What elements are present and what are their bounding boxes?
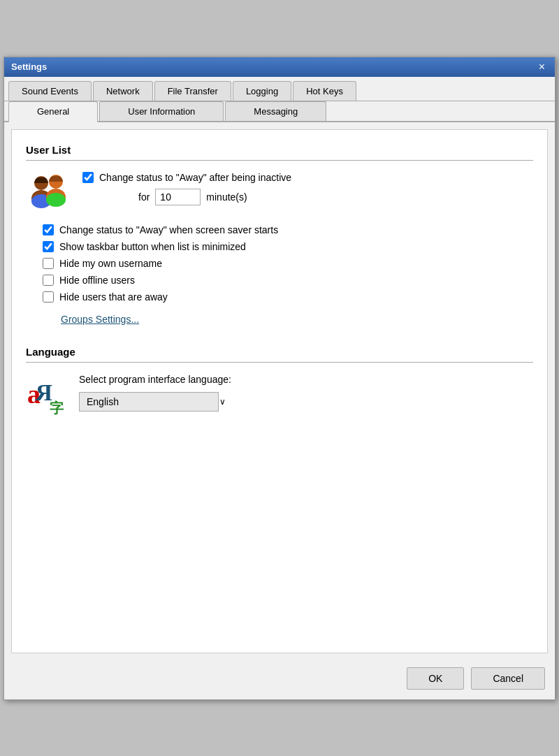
checkbox-hide-away-label: Hide users that are away: [59, 291, 168, 303]
checkbox-hide-username-input[interactable]: [43, 258, 54, 269]
language-divider: [26, 362, 533, 363]
checkbox-hide-username-label: Hide my own username: [59, 258, 162, 269]
user-list-title: User List: [26, 144, 533, 156]
minutes-input[interactable]: [155, 189, 201, 205]
minutes-suffix: minute(s): [206, 191, 247, 203]
checkbox-taskbar: Show taskbar button when list is minimiz…: [43, 241, 533, 252]
lang-content: Select program interface language: Engli…: [79, 374, 231, 412]
language-icon: a R 字: [26, 374, 68, 418]
checkbox-away-inactive: Change status to "Away" after being inac…: [82, 172, 291, 183]
checkbox-hide-offline: Hide offline users: [43, 275, 533, 286]
language-select[interactable]: English French German Spanish Russian Ch…: [79, 392, 219, 412]
checkbox-screensaver-label: Change status to "Away" when screen save…: [59, 224, 278, 235]
language-select-wrapper: English French German Spanish Russian Ch…: [79, 392, 231, 412]
minutes-row: for minute(s): [138, 189, 291, 205]
groups-settings-link[interactable]: Groups Settings...: [61, 314, 139, 325]
checkbox-hide-username: Hide my own username: [43, 258, 533, 269]
tab-hot-keys[interactable]: Hot Keys: [293, 81, 356, 101]
cancel-button[interactable]: Cancel: [471, 667, 545, 690]
first-checkbox-group: Change status to "Away" after being inac…: [82, 172, 291, 215]
tab-file-transfer[interactable]: File Transfer: [154, 81, 231, 101]
checkbox-taskbar-label: Show taskbar button when list is minimiz…: [59, 241, 246, 252]
language-description: Select program interface language:: [79, 374, 231, 385]
checkbox-hide-away: Hide users that are away: [43, 291, 533, 303]
ok-button[interactable]: OK: [407, 667, 464, 690]
title-bar: Settings ×: [4, 57, 555, 77]
tab-logging[interactable]: Logging: [233, 81, 291, 101]
top-tab-bar: Sound Events Network File Transfer Loggi…: [4, 77, 555, 101]
close-button[interactable]: ×: [536, 61, 548, 73]
svg-point-5: [46, 193, 66, 207]
subtab-messaging[interactable]: Messaging: [225, 101, 326, 121]
language-section: Language a R 字 Select program interface …: [26, 346, 533, 418]
users-icon: [26, 172, 71, 216]
subtab-general[interactable]: General: [8, 101, 98, 122]
checkbox-hide-offline-input[interactable]: [43, 275, 54, 286]
checkbox-away-inactive-label: Change status to "Away" after being inac…: [99, 172, 291, 183]
checkbox-away-inactive-input[interactable]: [82, 172, 94, 183]
settings-dialog: Settings × Sound Events Network File Tra…: [3, 57, 556, 700]
subtab-user-information[interactable]: User Information: [99, 101, 224, 121]
tab-sound-events[interactable]: Sound Events: [8, 81, 92, 101]
checkbox-screensaver: Change status to "Away" when screen save…: [43, 224, 533, 235]
user-list-divider: [26, 160, 533, 161]
content-area: User List: [11, 129, 548, 653]
checkboxes-block: Change status to "Away" when screen save…: [43, 224, 533, 303]
user-list-section: User List: [26, 144, 533, 325]
user-list-top-row: Change status to "Away" after being inac…: [26, 172, 533, 216]
bottom-bar: OK Cancel: [4, 660, 555, 699]
dialog-title: Settings: [11, 61, 47, 72]
checkbox-hide-away-input[interactable]: [43, 291, 54, 303]
tab-network[interactable]: Network: [93, 81, 153, 101]
checkbox-hide-offline-label: Hide offline users: [59, 275, 135, 286]
language-top-row: a R 字 Select program interface language:…: [26, 374, 533, 418]
svg-text:字: 字: [50, 400, 64, 416]
for-label: for: [138, 191, 150, 203]
language-title: Language: [26, 346, 533, 358]
checkbox-taskbar-input[interactable]: [43, 241, 54, 252]
sub-tab-bar: General User Information Messaging: [4, 101, 555, 122]
checkbox-screensaver-input[interactable]: [43, 224, 54, 235]
